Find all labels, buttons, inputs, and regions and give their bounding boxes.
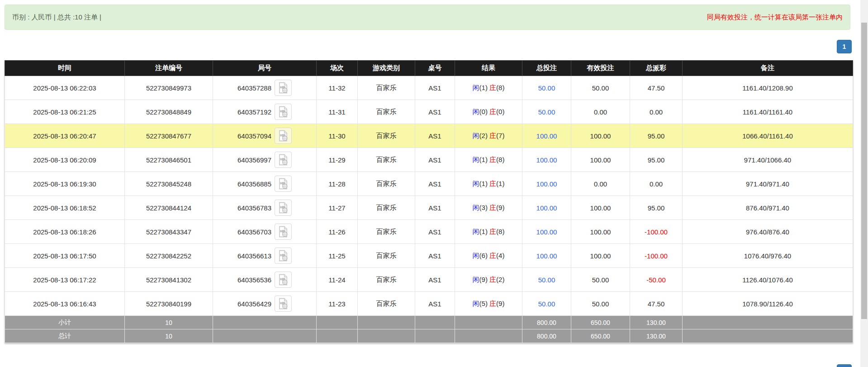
result-banker-label: 庄 [489, 84, 496, 91]
result-player-label: 闲 [473, 252, 479, 259]
video-replay-button[interactable] [275, 296, 292, 312]
total-bet-link[interactable]: 100.00 [536, 228, 557, 236]
cell-payout: 95.00 [630, 148, 683, 172]
cell-total-bet: 100.00 [522, 196, 571, 220]
round-id-text: 640357094 [237, 132, 271, 140]
cell-game-type: 百家乐 [358, 172, 415, 196]
col-header-bet-id: 注单编号 [125, 61, 213, 76]
cell-time: 2025-08-13 06:17:22 [5, 268, 125, 292]
cell-game-type: 百家乐 [358, 148, 415, 172]
pagination-page-1-top[interactable]: 1 [837, 40, 852, 53]
cell-session: 11-27 [317, 196, 358, 220]
cell-bet-id: 522730840199 [125, 292, 213, 316]
result-banker-label: 庄 [489, 156, 496, 163]
cell-session: 11-28 [317, 172, 358, 196]
video-replay-button[interactable] [275, 152, 292, 168]
table-row: 2025-08-13 06:18:26522730843347640356703… [5, 220, 853, 244]
total-bet-link[interactable]: 50.00 [538, 276, 555, 284]
cell-valid-bet: 100.00 [571, 196, 630, 220]
round-id-group: 640357288 [237, 80, 292, 96]
cell-table-no: AS1 [415, 244, 455, 268]
round-id-text: 640356885 [237, 180, 271, 188]
total-bet-link[interactable]: 100.00 [536, 204, 557, 212]
cell-round-id: 640357094 [213, 124, 317, 148]
total-valid-bet: 650.00 [571, 329, 630, 343]
subtotal-label: 小计 [5, 316, 125, 329]
total-count: 10 [125, 329, 213, 343]
cell-bet-id: 522730845248 [125, 172, 213, 196]
result-banker-label: 庄 [489, 300, 496, 307]
result-banker-label: 庄 [489, 132, 496, 139]
scrollbar-thumb[interactable] [861, 23, 867, 319]
pagination-page-1-bottom[interactable]: 1 [837, 364, 852, 367]
cell-game-type: 百家乐 [358, 268, 415, 292]
total-bet-link[interactable]: 100.00 [536, 180, 557, 188]
table-row: 2025-08-13 06:16:43522730840199640356429… [5, 292, 853, 316]
cell-bet-id: 522730848849 [125, 100, 213, 124]
cell-payout: 47.50 [630, 76, 683, 100]
total-bet-link[interactable]: 100.00 [536, 252, 557, 260]
result-banker-label: 庄 [489, 180, 496, 187]
cell-payout: -100.00 [630, 244, 683, 268]
col-header-total-bet: 总投注 [522, 61, 571, 76]
cell-round-id: 640356783 [213, 196, 317, 220]
cell-bet-id: 522730849973 [125, 76, 213, 100]
total-bet-link[interactable]: 100.00 [536, 156, 557, 164]
cell-payout: -50.00 [630, 268, 683, 292]
total-total-bet: 800.00 [522, 329, 571, 343]
col-header-game-type: 游戏类别 [358, 61, 415, 76]
cell-total-bet: 100.00 [522, 244, 571, 268]
cell-valid-bet: 50.00 [571, 292, 630, 316]
col-header-remark: 备注 [683, 61, 853, 76]
round-id-group: 640356997 [237, 152, 292, 168]
cell-session: 11-30 [317, 124, 358, 148]
cell-valid-bet: 100.00 [571, 244, 630, 268]
result-banker-label: 庄 [489, 204, 496, 211]
result-player-label: 闲 [473, 276, 479, 283]
cell-game-type: 百家乐 [358, 76, 415, 100]
video-replay-button[interactable] [275, 176, 292, 192]
table-row: 2025-08-13 06:20:09522730846501640356997… [5, 148, 853, 172]
cell-total-bet: 100.00 [522, 172, 571, 196]
video-replay-button[interactable] [275, 248, 292, 264]
round-id-group: 640356613 [237, 248, 292, 264]
round-id-group: 640356783 [237, 200, 292, 216]
cell-session: 11-32 [317, 76, 358, 100]
col-header-round-id: 局号 [213, 61, 317, 76]
video-replay-button[interactable] [275, 224, 292, 240]
table-header-row: 时间 注单编号 局号 场次 游戏类别 桌号 结果 总投注 有效投注 总派彩 备注 [5, 61, 853, 76]
cell-total-bet: 50.00 [522, 76, 571, 100]
cell-valid-bet: 50.00 [571, 76, 630, 100]
table-row: 2025-08-13 06:22:03522730849973640357288… [5, 76, 853, 100]
video-replay-icon [277, 298, 289, 310]
video-replay-button[interactable] [275, 272, 292, 288]
round-id-text: 640357288 [237, 84, 271, 92]
valid-bet-notice-text: 同局有效投注，统一计算在该局第一张注单内 [707, 13, 843, 22]
result-banker-label: 庄 [489, 276, 496, 283]
cell-total-bet: 100.00 [522, 148, 571, 172]
video-replay-button[interactable] [275, 200, 292, 216]
table-row: 2025-08-13 06:17:50522730842252640356613… [5, 244, 853, 268]
cell-time: 2025-08-13 06:20:47 [5, 124, 125, 148]
cell-bet-id: 522730844124 [125, 196, 213, 220]
result-player-label: 闲 [473, 84, 479, 91]
cell-result: 闲(3) 庄(9) [455, 196, 522, 220]
result-player-label: 闲 [473, 156, 479, 163]
video-replay-button[interactable] [275, 128, 292, 144]
video-replay-icon [277, 154, 289, 166]
video-replay-button[interactable] [275, 80, 292, 96]
total-bet-link[interactable]: 50.00 [538, 84, 555, 92]
subtotal-payout: 130.00 [630, 316, 683, 329]
video-replay-button[interactable] [275, 104, 292, 120]
cell-result: 闲(5) 庄(9) [455, 292, 522, 316]
cell-valid-bet: 100.00 [571, 220, 630, 244]
total-bet-link[interactable]: 100.00 [536, 132, 557, 140]
col-header-payout: 总派彩 [630, 61, 683, 76]
total-bet-link[interactable]: 50.00 [538, 300, 555, 308]
total-bet-link[interactable]: 50.00 [538, 108, 555, 116]
scrollbar-track[interactable] [860, 0, 868, 367]
cell-remark: 1076.40/976.40 [683, 244, 853, 268]
cell-game-type: 百家乐 [358, 124, 415, 148]
cell-result: 闲(6) 庄(4) [455, 244, 522, 268]
col-header-result: 结果 [455, 61, 522, 76]
